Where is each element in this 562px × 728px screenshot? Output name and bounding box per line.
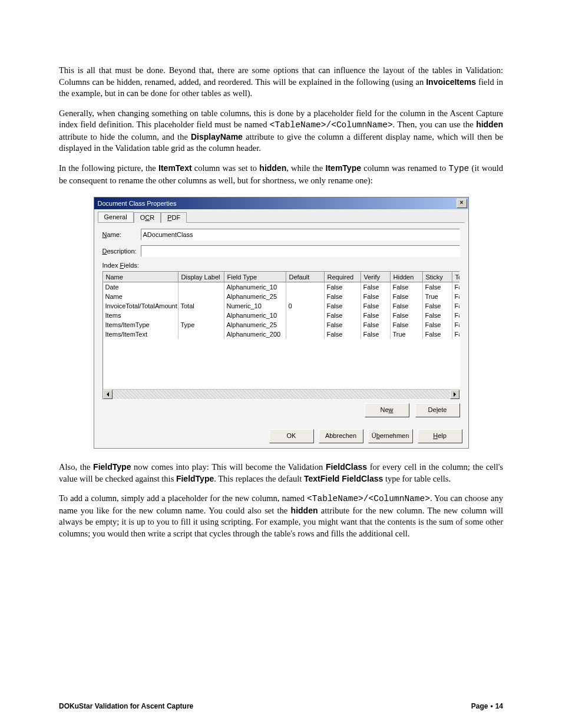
grid-buttons: New Delete: [103, 400, 460, 417]
table-row[interactable]: DateAlphanumeric_10FalseFalseFalseFalseF…: [103, 282, 460, 292]
titlebar[interactable]: Document Class Properties ×: [94, 197, 468, 209]
apply-button[interactable]: Übernehmen: [368, 429, 413, 443]
scroll-right-button[interactable]: [450, 390, 459, 399]
text: , while the: [286, 163, 325, 173]
bullet-icon: •: [488, 702, 495, 710]
col-name[interactable]: Name: [103, 272, 178, 282]
tab-ocr[interactable]: OCR: [134, 212, 161, 223]
description-label: Description:: [103, 248, 141, 255]
col-display-label[interactable]: Display Label: [178, 272, 224, 282]
table-row[interactable]: NameAlphanumeric_25FalseFalseFalseTrueFa: [103, 292, 460, 301]
footer-title: DOKuStar Validation for Ascent Capture: [59, 702, 193, 710]
paragraph: This is all that must be done. Beyond th…: [59, 65, 503, 100]
ok-button[interactable]: OK: [269, 429, 314, 443]
text: attribute to hide the column, and the: [59, 132, 191, 141]
col-hidden[interactable]: Hidden: [391, 272, 423, 282]
term-itemtype: ItemType: [326, 163, 361, 173]
tab-general[interactable]: General: [98, 212, 134, 222]
text: . Then, you can use the: [393, 120, 477, 129]
name-row: Name: ADocumentClass: [103, 229, 460, 241]
paragraph: Also, the FieldType now comes into play:…: [59, 462, 503, 485]
col-field-type[interactable]: Field Type: [224, 272, 286, 282]
col-default[interactable]: Default: [286, 272, 325, 282]
term-fieldtype: FieldType: [93, 462, 131, 472]
term-invoiceitems: InvoiceItems: [426, 77, 476, 87]
grid-header: Name Display Label Field Type Default Re…: [103, 272, 460, 282]
term-itemtext: ItemText: [158, 163, 192, 173]
term-fieldclass: FieldClass: [326, 462, 367, 472]
table-row[interactable]: ItemsAlphanumeric_10FalseFalseFalseFalse…: [103, 311, 460, 320]
col-required[interactable]: Required: [325, 272, 361, 282]
term-hidden: hidden: [259, 163, 286, 173]
name-label: Name:: [103, 231, 141, 238]
text: type for table cells.: [383, 474, 451, 483]
horizontal-scrollbar[interactable]: [103, 389, 459, 399]
table-row[interactable]: Items/ItemTextAlphanumeric_200FalseFalse…: [103, 330, 460, 339]
col-verify[interactable]: Verify: [361, 272, 391, 282]
dialog-title: Document Class Properties: [98, 200, 177, 207]
dialog-document-class-properties: Document Class Properties × General OCR …: [94, 197, 469, 449]
page: This is all that must be done. Beyond th…: [0, 0, 562, 728]
cancel-button[interactable]: Abbrechen: [319, 429, 363, 443]
paragraph: To add a column, simply add a placeholde…: [59, 493, 503, 539]
delete-button[interactable]: Delete: [415, 403, 460, 417]
text: column was set to: [192, 163, 260, 173]
close-button[interactable]: ×: [457, 199, 467, 208]
term-hidden: hidden: [476, 120, 503, 129]
index-fields-grid[interactable]: Name Display Label Field Type Default Re…: [103, 271, 460, 400]
page-footer: DOKuStar Validation for Ascent Capture P…: [59, 702, 503, 710]
paragraph: In the following picture, the ItemText c…: [59, 163, 503, 186]
tab-body: Name: ADocumentClass Description: Index …: [98, 222, 465, 422]
text: Also, the: [59, 462, 93, 472]
footer-page: Page•14: [471, 702, 503, 710]
code-type: Type: [449, 164, 470, 173]
new-button[interactable]: New: [365, 403, 409, 417]
text: In the following picture, the: [59, 163, 158, 173]
text: column was renamed to: [361, 163, 449, 173]
description-input[interactable]: [141, 245, 460, 257]
tab-pdf[interactable]: PDF: [161, 212, 187, 223]
index-fields-label: Index Fields:: [103, 262, 460, 269]
scroll-left-button[interactable]: [103, 390, 113, 399]
text: . This replaces the default: [214, 474, 304, 483]
code-placeholder: <TableName>/<ColumnName>: [307, 494, 430, 503]
text: now comes into play: This will become th…: [131, 462, 326, 472]
arrow-right-icon: [454, 392, 456, 397]
term-hidden: hidden: [291, 506, 318, 515]
tabs: General OCR PDF: [94, 209, 468, 222]
col-total[interactable]: To: [452, 272, 460, 282]
text: To add a column, simply add a placeholde…: [59, 493, 307, 503]
paragraph: Generally, when changing something on ta…: [59, 108, 503, 154]
term-fieldtype: FieldType: [176, 474, 214, 483]
code-placeholder: <TableName>/<ColumnName>: [270, 120, 393, 130]
term-displayname: DisplayName: [191, 132, 243, 141]
description-row: Description:: [103, 245, 460, 257]
table-row[interactable]: InvoiceTotal/TotalAmountTotalNumeric_100…: [103, 301, 460, 311]
name-input[interactable]: ADocumentClass: [141, 229, 460, 241]
help-button[interactable]: Help: [418, 429, 462, 443]
table-row[interactable]: Items/ItemTypeTypeAlphanumeric_25FalseFa…: [103, 320, 460, 330]
dialog-buttons: OK Abbrechen Übernehmen Help: [94, 426, 468, 448]
col-sticky[interactable]: Sticky: [423, 272, 452, 282]
arrow-left-icon: [107, 392, 109, 397]
term-textfield-fieldclass: TextField FieldClass: [304, 474, 383, 483]
